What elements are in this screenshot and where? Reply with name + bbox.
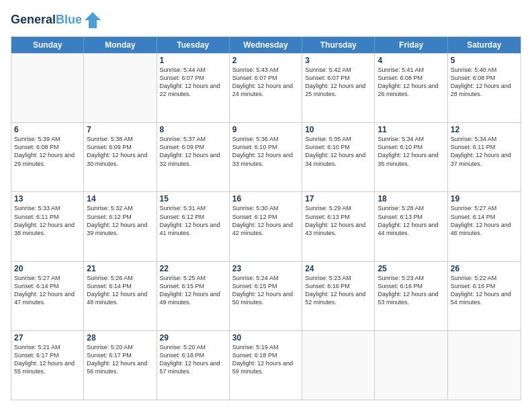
day-number: 13 (14, 194, 81, 203)
day-number: 22 (160, 264, 226, 273)
calendar-cell: 10Sunrise: 5:35 AM Sunset: 6:10 PM Dayli… (302, 123, 375, 191)
day-info: Sunrise: 5:44 AM Sunset: 6:07 PM Dayligh… (160, 66, 226, 99)
day-number: 11 (378, 125, 444, 134)
header-day-friday: Friday (375, 37, 447, 53)
calendar-cell (375, 331, 447, 400)
calendar-cell: 3Sunrise: 5:42 AM Sunset: 6:07 PM Daylig… (302, 54, 375, 122)
calendar-cell: 6Sunrise: 5:39 AM Sunset: 6:08 PM Daylig… (11, 123, 84, 191)
day-info: Sunrise: 5:34 AM Sunset: 6:10 PM Dayligh… (378, 135, 444, 168)
calendar-body: 1Sunrise: 5:44 AM Sunset: 6:07 PM Daylig… (11, 53, 521, 400)
day-number: 1 (160, 56, 226, 65)
calendar-cell (11, 54, 84, 122)
calendar-cell (84, 54, 157, 122)
day-info: Sunrise: 5:37 AM Sunset: 6:09 PM Dayligh… (160, 135, 226, 168)
day-info: Sunrise: 5:20 AM Sunset: 6:18 PM Dayligh… (160, 343, 226, 376)
logo-text: GeneralBlue (11, 13, 82, 27)
day-number: 20 (14, 264, 81, 273)
day-number: 12 (451, 125, 518, 134)
calendar-cell: 20Sunrise: 5:27 AM Sunset: 6:14 PM Dayli… (11, 262, 84, 330)
calendar-cell: 27Sunrise: 5:21 AM Sunset: 6:17 PM Dayli… (11, 331, 84, 400)
calendar-week-0: 1Sunrise: 5:44 AM Sunset: 6:07 PM Daylig… (11, 53, 521, 122)
day-info: Sunrise: 5:39 AM Sunset: 6:08 PM Dayligh… (14, 135, 81, 168)
day-number: 4 (378, 56, 444, 65)
day-number: 2 (232, 56, 299, 65)
calendar-cell: 13Sunrise: 5:33 AM Sunset: 6:11 PM Dayli… (11, 192, 84, 261)
calendar: SundayMondayTuesdayWednesdayThursdayFrid… (11, 36, 521, 400)
day-number: 15 (160, 194, 226, 203)
day-info: Sunrise: 5:29 AM Sunset: 6:13 PM Dayligh… (305, 204, 371, 237)
calendar-cell: 9Sunrise: 5:36 AM Sunset: 6:10 PM Daylig… (230, 123, 302, 191)
day-info: Sunrise: 5:26 AM Sunset: 6:14 PM Dayligh… (87, 274, 153, 307)
day-info: Sunrise: 5:20 AM Sunset: 6:17 PM Dayligh… (87, 343, 153, 376)
header-day-wednesday: Wednesday (230, 37, 302, 53)
day-number: 21 (87, 264, 153, 273)
day-info: Sunrise: 5:31 AM Sunset: 6:12 PM Dayligh… (160, 204, 226, 237)
day-info: Sunrise: 5:21 AM Sunset: 6:17 PM Dayligh… (14, 343, 81, 376)
day-info: Sunrise: 5:27 AM Sunset: 6:14 PM Dayligh… (14, 274, 81, 307)
calendar-cell: 22Sunrise: 5:25 AM Sunset: 6:15 PM Dayli… (157, 262, 230, 330)
calendar-cell: 18Sunrise: 5:28 AM Sunset: 6:13 PM Dayli… (375, 192, 447, 261)
calendar-week-3: 20Sunrise: 5:27 AM Sunset: 6:14 PM Dayli… (11, 261, 521, 330)
calendar-cell: 17Sunrise: 5:29 AM Sunset: 6:13 PM Dayli… (302, 192, 375, 261)
header-day-monday: Monday (84, 37, 157, 53)
calendar-cell: 16Sunrise: 5:30 AM Sunset: 6:12 PM Dayli… (230, 192, 302, 261)
day-number: 18 (378, 194, 444, 203)
header-day-sunday: Sunday (11, 37, 84, 53)
day-info: Sunrise: 5:19 AM Sunset: 6:18 PM Dayligh… (232, 343, 299, 376)
logo-icon (83, 11, 102, 30)
calendar-cell: 19Sunrise: 5:27 AM Sunset: 6:14 PM Dayli… (448, 192, 521, 261)
calendar-cell: 7Sunrise: 5:38 AM Sunset: 6:09 PM Daylig… (84, 123, 157, 191)
calendar-cell: 14Sunrise: 5:32 AM Sunset: 6:12 PM Dayli… (84, 192, 157, 261)
calendar-cell: 2Sunrise: 5:43 AM Sunset: 6:07 PM Daylig… (230, 54, 302, 122)
day-number: 30 (232, 333, 299, 342)
day-info: Sunrise: 5:40 AM Sunset: 6:08 PM Dayligh… (451, 66, 518, 99)
day-number: 16 (232, 194, 299, 203)
day-info: Sunrise: 5:24 AM Sunset: 6:15 PM Dayligh… (232, 274, 299, 307)
day-info: Sunrise: 5:23 AM Sunset: 6:16 PM Dayligh… (378, 274, 444, 307)
day-number: 29 (160, 333, 226, 342)
page: GeneralBlue SundayMondayTuesdayWednesday… (0, 0, 532, 411)
day-info: Sunrise: 5:32 AM Sunset: 6:12 PM Dayligh… (87, 204, 153, 237)
day-number: 26 (451, 264, 518, 273)
day-info: Sunrise: 5:42 AM Sunset: 6:07 PM Dayligh… (305, 66, 371, 99)
day-number: 19 (451, 194, 518, 203)
calendar-cell: 4Sunrise: 5:41 AM Sunset: 6:08 PM Daylig… (375, 54, 447, 122)
day-info: Sunrise: 5:43 AM Sunset: 6:07 PM Dayligh… (232, 66, 299, 99)
day-number: 27 (14, 333, 81, 342)
calendar-cell: 26Sunrise: 5:22 AM Sunset: 6:16 PM Dayli… (448, 262, 521, 330)
day-number: 28 (87, 333, 153, 342)
calendar-cell: 5Sunrise: 5:40 AM Sunset: 6:08 PM Daylig… (448, 54, 521, 122)
calendar-week-4: 27Sunrise: 5:21 AM Sunset: 6:17 PM Dayli… (11, 330, 521, 400)
day-info: Sunrise: 5:34 AM Sunset: 6:11 PM Dayligh… (451, 135, 518, 168)
svg-marker-0 (85, 12, 101, 28)
day-info: Sunrise: 5:33 AM Sunset: 6:11 PM Dayligh… (14, 204, 81, 237)
calendar-cell: 30Sunrise: 5:19 AM Sunset: 6:18 PM Dayli… (230, 331, 302, 400)
day-info: Sunrise: 5:41 AM Sunset: 6:08 PM Dayligh… (378, 66, 444, 99)
day-number: 7 (87, 125, 153, 134)
header: GeneralBlue (11, 11, 521, 30)
day-number: 6 (14, 125, 81, 134)
day-info: Sunrise: 5:28 AM Sunset: 6:13 PM Dayligh… (378, 204, 444, 237)
day-info: Sunrise: 5:38 AM Sunset: 6:09 PM Dayligh… (87, 135, 153, 168)
calendar-cell: 1Sunrise: 5:44 AM Sunset: 6:07 PM Daylig… (157, 54, 230, 122)
day-number: 25 (378, 264, 444, 273)
calendar-cell: 12Sunrise: 5:34 AM Sunset: 6:11 PM Dayli… (448, 123, 521, 191)
calendar-cell: 28Sunrise: 5:20 AM Sunset: 6:17 PM Dayli… (84, 331, 157, 400)
day-info: Sunrise: 5:25 AM Sunset: 6:15 PM Dayligh… (160, 274, 226, 307)
calendar-week-1: 6Sunrise: 5:39 AM Sunset: 6:08 PM Daylig… (11, 122, 521, 191)
day-info: Sunrise: 5:22 AM Sunset: 6:16 PM Dayligh… (451, 274, 518, 307)
calendar-header-row: SundayMondayTuesdayWednesdayThursdayFrid… (11, 37, 521, 53)
calendar-cell: 15Sunrise: 5:31 AM Sunset: 6:12 PM Dayli… (157, 192, 230, 261)
calendar-cell: 21Sunrise: 5:26 AM Sunset: 6:14 PM Dayli… (84, 262, 157, 330)
day-number: 17 (305, 194, 371, 203)
calendar-cell (302, 331, 375, 400)
day-number: 5 (451, 56, 518, 65)
logo: GeneralBlue (11, 11, 102, 30)
day-info: Sunrise: 5:23 AM Sunset: 6:16 PM Dayligh… (305, 274, 371, 307)
header-day-saturday: Saturday (448, 37, 521, 53)
calendar-cell: 29Sunrise: 5:20 AM Sunset: 6:18 PM Dayli… (157, 331, 230, 400)
calendar-cell: 23Sunrise: 5:24 AM Sunset: 6:15 PM Dayli… (230, 262, 302, 330)
day-number: 23 (232, 264, 299, 273)
day-info: Sunrise: 5:35 AM Sunset: 6:10 PM Dayligh… (305, 135, 371, 168)
day-number: 24 (305, 264, 371, 273)
